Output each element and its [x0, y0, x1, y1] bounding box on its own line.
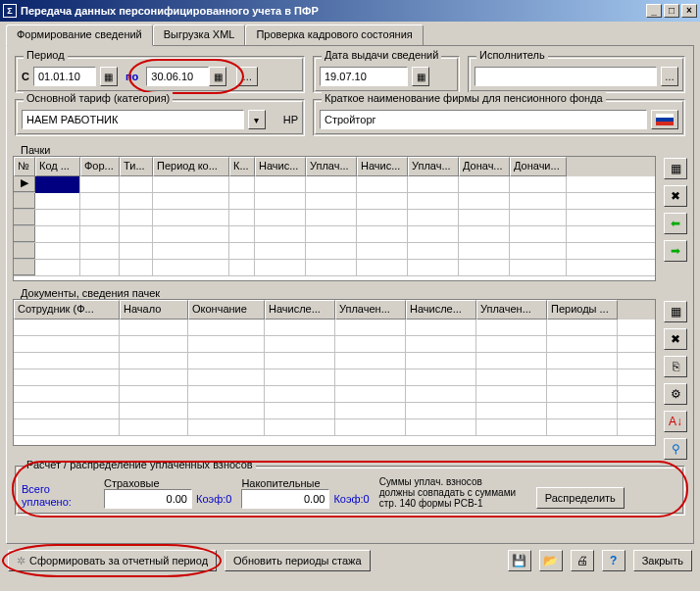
period-from-input[interactable] [33, 67, 96, 86]
docs-label: Документы, сведения пачек [21, 287, 687, 299]
docs-col-header[interactable]: Уплачен... [335, 300, 406, 320]
tab-strip: Формирование сведений Выгрузка XML Прове… [6, 25, 694, 46]
svg-rect-0 [656, 114, 674, 118]
maximize-button[interactable]: □ [664, 4, 679, 18]
packs-grid[interactable]: №Код ...Фор...Ти...Период ко...К...Начис… [13, 156, 656, 281]
packs-col-header[interactable]: Доначи... [510, 157, 567, 176]
packs-movedown-button[interactable]: ➡ [664, 240, 687, 262]
docs-props-button[interactable]: ⚙ [664, 383, 687, 405]
tariff-legend: Основной тариф (категория) [24, 92, 173, 104]
insurance-coef: Коэф:0 [196, 493, 231, 505]
app-icon: Σ [3, 4, 17, 18]
packs-col-header[interactable]: № [14, 157, 35, 176]
packs-moveup-button[interactable]: ⬅ [664, 213, 687, 234]
refresh-periods-button[interactable]: Обновить периоды стажа [225, 550, 370, 571]
tariff-dropdown-icon[interactable]: ▾ [248, 110, 266, 129]
savings-input[interactable] [241, 489, 329, 509]
table-row[interactable] [14, 193, 655, 210]
docs-col-header[interactable]: Уплачен... [476, 300, 547, 320]
calc-note-line3: стр. 140 формы РСВ-1 [379, 498, 526, 509]
issue-date-legend: Дата выдачи сведений [322, 49, 441, 61]
docs-copy-button[interactable]: ⎘ [664, 356, 687, 377]
form-period-button[interactable]: ✲ Сформировать за отчетный период [8, 550, 217, 571]
packs-col-header[interactable]: Период ко... [153, 157, 229, 176]
table-row[interactable] [14, 260, 655, 276]
packs-col-header[interactable]: Фор... [80, 157, 120, 176]
savings-label: Накопительные [241, 477, 369, 489]
tab-formation[interactable]: Формирование сведений [6, 25, 153, 46]
table-row[interactable] [14, 226, 655, 243]
table-row[interactable] [14, 419, 655, 436]
table-row[interactable]: ▶ [14, 176, 655, 193]
docs-col-header[interactable]: Периоды ... [547, 300, 618, 320]
period-to-calendar-icon[interactable]: ▦ [209, 67, 226, 86]
executor-input[interactable] [475, 67, 657, 86]
tab-hr-check[interactable]: Проверка кадрового состояния [245, 25, 423, 45]
packs-calc-button[interactable]: ▦ [664, 158, 687, 179]
insurance-input[interactable] [104, 489, 192, 509]
minimize-button[interactable]: _ [646, 4, 662, 18]
russia-flag-icon [656, 114, 674, 125]
open-icon-button[interactable]: 📂 [539, 550, 563, 571]
tab-export-xml[interactable]: Выгрузка XML [153, 25, 246, 45]
calc-note-line2: должны совпадать с суммами [379, 487, 526, 498]
table-row[interactable] [14, 210, 655, 226]
period-to-input[interactable] [146, 67, 209, 86]
packs-label: Пачки [21, 144, 687, 156]
packs-col-header[interactable]: Уплач... [306, 157, 357, 176]
executor-ellipsis-button[interactable]: … [661, 67, 678, 86]
table-row[interactable] [14, 243, 655, 260]
packs-col-header[interactable]: Код ... [35, 157, 80, 176]
tariff-code-label: НР [283, 114, 298, 125]
docs-col-header[interactable]: Начало [120, 300, 188, 320]
print-icon-button[interactable]: 🖨 [571, 550, 594, 571]
period-from-calendar-icon[interactable]: ▦ [100, 67, 118, 86]
svg-rect-2 [656, 122, 674, 125]
table-row[interactable] [14, 353, 655, 369]
period-legend: Период [24, 49, 68, 61]
issue-date-calendar-icon[interactable]: ▦ [412, 67, 429, 86]
packs-col-header[interactable]: Уплач... [408, 157, 459, 176]
docs-col-header[interactable]: Сотрудник (Ф... [14, 300, 120, 320]
docs-col-header[interactable]: Начисле... [406, 300, 476, 320]
firm-input[interactable] [320, 110, 647, 129]
firm-legend: Краткое наименование фирмы для пенсионно… [322, 92, 606, 104]
docs-sort-button[interactable]: A↓ [664, 411, 687, 432]
insurance-label: Страховые [104, 477, 231, 489]
issue-date-input[interactable] [320, 67, 408, 86]
tariff-combo[interactable] [22, 110, 244, 129]
save-icon-button[interactable]: 💾 [508, 550, 531, 571]
packs-col-header[interactable]: Начис... [357, 157, 408, 176]
period-to-label: по [125, 71, 138, 82]
docs-col-header[interactable]: Начисле... [265, 300, 335, 320]
savings-coef: Коэф:0 [333, 493, 369, 505]
packs-col-header[interactable]: Донач... [459, 157, 510, 176]
table-row[interactable] [14, 320, 655, 336]
period-ellipsis-button[interactable]: … [236, 67, 258, 86]
docs-grid[interactable]: Сотрудник (Ф...НачалоОкончаниеНачисле...… [13, 299, 656, 446]
packs-col-header[interactable]: Ти... [120, 157, 153, 176]
packs-col-header[interactable]: К... [229, 157, 255, 176]
docs-find-button[interactable]: ⚲ [664, 438, 687, 460]
close-window-button[interactable]: × [681, 4, 697, 18]
docs-calc-button[interactable]: ▦ [664, 301, 687, 322]
packs-col-header[interactable]: Начис... [255, 157, 306, 176]
gear-icon: ✲ [17, 555, 25, 567]
table-row[interactable] [14, 336, 655, 353]
period-from-label: С [22, 71, 29, 82]
distribute-button[interactable]: Распределить [536, 487, 625, 509]
close-button[interactable]: Закрыть [633, 550, 692, 571]
firm-flag-button[interactable] [651, 110, 678, 129]
table-row[interactable] [14, 403, 655, 419]
title-bar: Σ Передача данных персонифицированного у… [0, 0, 700, 22]
window-title: Передача данных персонифицированного уче… [21, 5, 319, 17]
table-row[interactable] [14, 386, 655, 403]
total-paid-label: Всего уплачено: [22, 483, 94, 509]
packs-delete-button[interactable]: ✖ [664, 185, 687, 207]
calc-legend: Расчет / распределение уплаченных взносо… [24, 459, 256, 470]
svg-rect-1 [656, 118, 674, 122]
help-icon-button[interactable]: ? [602, 550, 625, 571]
docs-delete-button[interactable]: ✖ [664, 328, 687, 350]
table-row[interactable] [14, 369, 655, 386]
docs-col-header[interactable]: Окончание [188, 300, 265, 320]
